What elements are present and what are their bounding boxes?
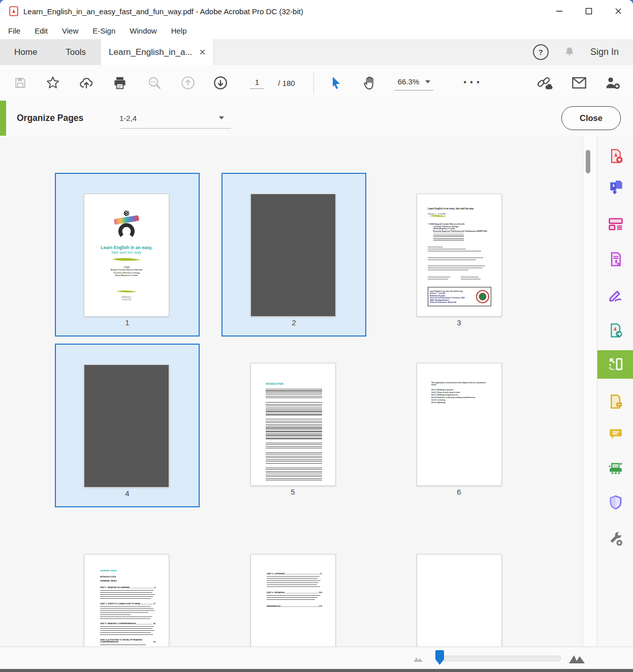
paragraph-lines: [266, 419, 322, 440]
page-thumbnail-6[interactable]: The organization is documented in the ch…: [388, 342, 530, 504]
paragraph-lines: [266, 452, 322, 465]
scrollbar-thumb[interactable]: [586, 150, 590, 173]
menu-esign[interactable]: E-Sign: [85, 22, 122, 39]
thumbnail-zoom-bar: [0, 647, 633, 669]
search-icon[interactable]: [144, 65, 165, 101]
page-number-label: 3: [388, 318, 530, 327]
window-bottom-edge: [0, 669, 633, 672]
chevron-down-icon: [219, 116, 224, 119]
cover-swoosh: [115, 290, 138, 293]
isbn-box: Learn English in an easy, fast and fun w…: [428, 287, 491, 307]
page-number-label: 1: [56, 318, 199, 327]
menu-file[interactable]: File: [1, 22, 27, 39]
page-9-preview: UNIT 1 READING IN GENERAL: [417, 554, 502, 647]
page-number-label: 5: [221, 487, 364, 496]
scan-ocr-icon[interactable]: [597, 455, 633, 483]
organize-pages-title: Organize Pages: [17, 101, 83, 136]
page-total-label: / 180: [272, 65, 301, 101]
page-2-preview: [250, 194, 336, 317]
page-thumbnail-8[interactable]: UNIT 5. LISTENING71 UNIT 6. SPEAKING153 …: [221, 533, 364, 647]
cloud-upload-icon[interactable]: [76, 65, 97, 101]
publisher-seal: [476, 290, 489, 303]
close-organize-button[interactable]: Close: [561, 106, 621, 130]
page-thumbnail-5[interactable]: INTRODUCTION 5: [221, 342, 364, 504]
page-number-input[interactable]: 1: [243, 65, 271, 101]
comment-icon[interactable]: [597, 419, 633, 448]
tab-home[interactable]: Home: [0, 39, 51, 65]
share-pdf-icon[interactable]: [597, 316, 633, 345]
organize-pages-tool-active[interactable]: [597, 350, 633, 379]
cover-collage-head: [124, 210, 130, 216]
page-thumbnail-2[interactable]: 2: [221, 173, 366, 337]
select-cursor-icon[interactable]: [326, 65, 346, 101]
menu-help[interactable]: Help: [164, 22, 194, 39]
page-thumbnail-7[interactable]: GENERAL INDEX INTRODUCCIÓN GENERAL INDEX…: [55, 533, 198, 647]
page-1-preview: Learn English in an easy, fast and fun w…: [84, 194, 169, 317]
tools-sidebar: [597, 136, 633, 647]
hand-tool-icon[interactable]: [359, 65, 381, 101]
organize-accent-bar: [0, 101, 6, 136]
zoom-level: 66.3%: [398, 77, 420, 86]
share-link-icon[interactable]: [533, 65, 556, 101]
page-down-icon[interactable]: [210, 65, 231, 101]
page-5-preview: INTRODUCTION: [250, 363, 336, 486]
page-thumbnail-4[interactable]: 4: [55, 344, 200, 507]
send-for-comments-icon[interactable]: [597, 387, 633, 416]
zoom-out-thumbnails-icon[interactable]: [413, 655, 426, 663]
thumbnail-grid: Learn English in an easy, fast and fun w…: [0, 136, 583, 647]
page-4-preview: [84, 364, 169, 487]
menu-bar: File Edit View E-Sign Window Help: [0, 22, 633, 39]
tab-bar: Home Tools Learn_English_in_a... ? Sign …: [0, 39, 633, 65]
page-6-preview: The organization is documented in the ch…: [417, 363, 502, 486]
fine-print-lines: [433, 233, 464, 241]
close-window-button[interactable]: [604, 0, 633, 22]
more-tools-wrench-icon[interactable]: [597, 525, 633, 553]
paragraph-lines: [266, 468, 322, 481]
page-3-preview: Learn English in an easy, fast and fun w…: [417, 194, 502, 317]
protect-shield-icon[interactable]: [597, 488, 633, 516]
more-tools-ellipsis-icon[interactable]: •••: [460, 65, 485, 101]
add-person-icon[interactable]: [600, 65, 625, 101]
page-up-icon[interactable]: [178, 65, 198, 101]
fill-and-sign-icon[interactable]: [597, 281, 633, 309]
menu-edit[interactable]: Edit: [27, 22, 55, 39]
tab-document-label: Learn_English_in_a...: [109, 47, 192, 57]
print-icon[interactable]: [110, 65, 130, 101]
request-esignatures-icon[interactable]: [597, 245, 633, 273]
star-icon[interactable]: [44, 65, 62, 101]
thumbnail-size-slider-track[interactable]: [438, 656, 561, 661]
zoom-control[interactable]: 66.3%: [386, 65, 442, 101]
minimize-button[interactable]: [545, 0, 574, 22]
help-icon[interactable]: ?: [533, 44, 549, 60]
create-pdf-icon[interactable]: [597, 142, 633, 170]
zoom-in-thumbnails-icon[interactable]: [568, 651, 587, 664]
organize-pages-toolbar: Organize Pages 1-2,4 ↺ ↻ Extract Insert …: [0, 101, 633, 137]
paragraph-lines: [266, 402, 322, 416]
tab-document[interactable]: Learn_English_in_a...: [101, 39, 213, 65]
tab-close-icon[interactable]: [200, 49, 205, 55]
page-thumbnail-1[interactable]: Learn English in an easy, fast and fun w…: [55, 173, 200, 337]
page-thumbnail-9[interactable]: UNIT 1 READING IN GENERAL: [388, 533, 530, 647]
scrollbar-track[interactable]: [583, 136, 597, 647]
acrobat-window: Learn_English_in_an_easy_fast_and_fun_wa…: [0, 0, 633, 672]
email-icon[interactable]: [568, 65, 590, 101]
page-thumbnail-3[interactable]: Learn English in an easy, fast and fun w…: [388, 173, 530, 334]
page-8-preview: UNIT 5. LISTENING71 UNIT 6. SPEAKING153 …: [250, 554, 336, 647]
pdf-file-icon: [8, 6, 19, 17]
paragraph-lines: [266, 389, 322, 399]
toolbar-separator: [313, 72, 314, 94]
menu-window[interactable]: Window: [122, 22, 164, 39]
page-number-label: 6: [388, 487, 530, 496]
maximize-button[interactable]: [574, 0, 604, 22]
main-toolbar: 1 / 180 66.3% •••: [0, 65, 633, 101]
bell-icon[interactable]: [563, 46, 576, 59]
tab-tools[interactable]: Tools: [51, 39, 100, 65]
export-pdf-icon[interactable]: [597, 173, 633, 201]
save-icon[interactable]: [11, 65, 29, 101]
cover-swoosh: [110, 257, 143, 262]
sign-in-button[interactable]: Sign In: [590, 47, 619, 57]
menu-view[interactable]: View: [55, 22, 85, 39]
thumbnail-size-slider-handle[interactable]: [435, 650, 444, 665]
page-range-input[interactable]: 1-2,4: [119, 108, 231, 129]
edit-pdf-icon[interactable]: [597, 209, 633, 238]
